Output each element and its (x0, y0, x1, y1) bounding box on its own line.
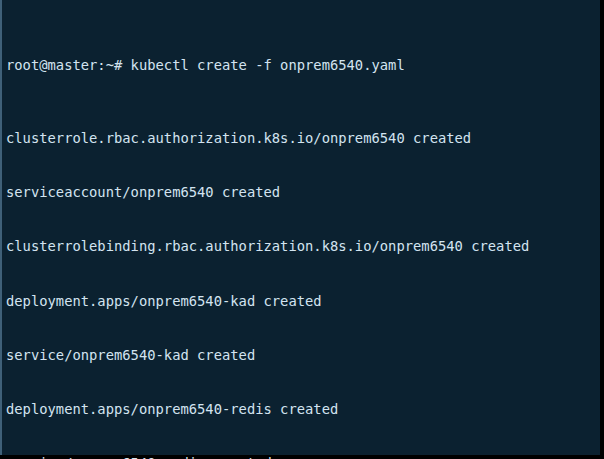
create-output-line: clusterrole.rbac.authorization.k8s.io/on… (6, 129, 600, 147)
prompt-line-create: root@master:~#kubectl create -f onprem65… (6, 56, 600, 74)
create-output-line: service/onprem6540-kad created (6, 346, 600, 364)
create-output-line: deployment.apps/onprem6540-kad created (6, 292, 600, 310)
screenshot-root: root@master:~#kubectl create -f onprem65… (0, 0, 604, 459)
shell-prompt: root@master:~# (6, 57, 122, 73)
create-output-line: deployment.apps/onprem6540-redis created (6, 400, 600, 418)
terminal-window[interactable]: root@master:~#kubectl create -f onprem65… (0, 0, 600, 455)
create-output-line: clusterrolebinding.rbac.authorization.k8… (6, 237, 600, 255)
command-create: kubectl create -f onprem6540.yaml (122, 57, 404, 73)
create-output-line: service/onprem6540-redis created (6, 454, 600, 459)
create-output-line: serviceaccount/onprem6540 created (6, 183, 600, 201)
